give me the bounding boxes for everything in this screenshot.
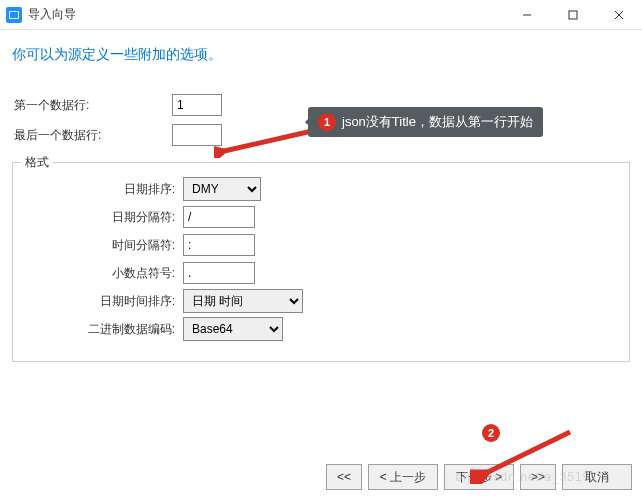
watermark-text: blog.csdn.net/a_35197 (456, 470, 598, 484)
time-sep-input[interactable] (183, 234, 255, 256)
titlebar: 导入向导 (0, 0, 642, 30)
datetime-order-select[interactable]: 日期 时间 (183, 289, 303, 313)
date-order-label: 日期排序: (23, 181, 183, 198)
format-legend: 格式 (21, 154, 53, 171)
page-headline: 你可以为源定义一些附加的选项。 (0, 30, 642, 72)
annotation-badge-1: 1 (318, 113, 336, 131)
first-page-button[interactable]: << (326, 464, 362, 490)
binary-enc-select[interactable]: Base64 (183, 317, 283, 341)
date-sep-label: 日期分隔符: (23, 209, 183, 226)
time-sep-label: 时间分隔符: (23, 237, 183, 254)
annotation-text-1: json没有Title，数据从第一行开始 (342, 113, 533, 131)
close-button[interactable] (596, 0, 642, 29)
annotation-callout-1: 1 json没有Title，数据从第一行开始 (308, 107, 543, 137)
date-sep-input[interactable] (183, 206, 255, 228)
app-icon (6, 7, 22, 23)
minimize-button[interactable] (504, 0, 550, 29)
first-data-row-label: 第一个数据行: (12, 97, 172, 114)
format-fieldset: 格式 日期排序: DMY 日期分隔符: 时间分隔符: 小数点符号: 日期时间排序… (12, 162, 630, 362)
binary-enc-label: 二进制数据编码: (23, 321, 183, 338)
decimal-label: 小数点符号: (23, 265, 183, 282)
first-data-row-input[interactable] (172, 94, 222, 116)
last-data-row-input[interactable] (172, 124, 222, 146)
window-title: 导入向导 (28, 6, 504, 23)
last-data-row-label: 最后一个数据行: (12, 127, 172, 144)
datetime-order-label: 日期时间排序: (23, 293, 183, 310)
date-order-select[interactable]: DMY (183, 177, 261, 201)
decimal-input[interactable] (183, 262, 255, 284)
window-controls (504, 0, 642, 29)
annotation-badge-2: 2 (482, 424, 500, 442)
prev-button[interactable]: < 上一步 (368, 464, 438, 490)
maximize-button[interactable] (550, 0, 596, 29)
svg-rect-1 (569, 11, 577, 19)
